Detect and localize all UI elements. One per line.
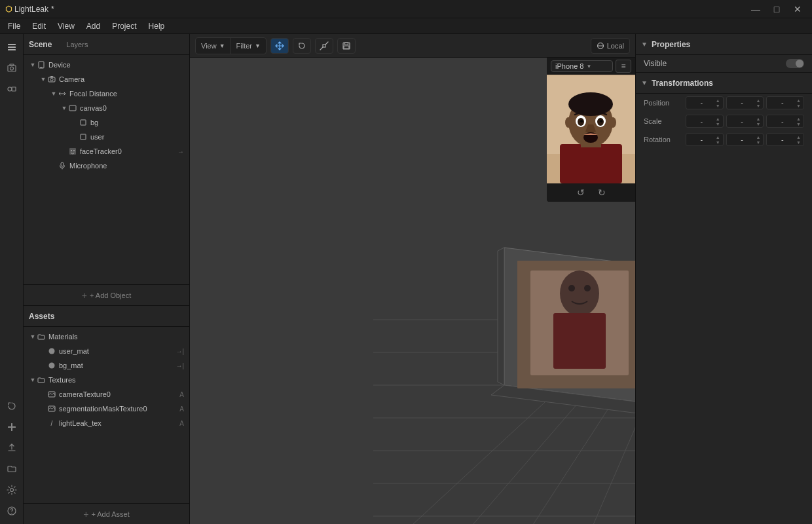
rotation-z-field[interactable]: - ▲ ▼ [766, 133, 804, 146]
position-x-up[interactable]: ▲ [716, 98, 720, 103]
arrow-materials[interactable]: ▼ [29, 333, 37, 341]
rotation-y-up[interactable]: ▲ [756, 135, 760, 140]
minimize-button[interactable]: — [747, 0, 765, 18]
titlebar: ⬡ LightLeak* — □ ✕ [0, 0, 812, 18]
scale-y-stepper[interactable]: ▲ ▼ [756, 117, 760, 126]
menu-file[interactable]: File [3, 20, 26, 32]
scale-z-stepper[interactable]: ▲ ▼ [796, 117, 801, 126]
transformations-header: ▼ Transformations [636, 73, 812, 94]
save-tool-button[interactable] [337, 38, 356, 54]
seg-mask-badge: A [179, 405, 184, 413]
position-y-down[interactable]: ▼ [756, 103, 760, 108]
position-x-stepper[interactable]: ▲ ▼ [716, 98, 720, 108]
folder-icon-btn[interactable] [3, 460, 21, 478]
position-z-down[interactable]: ▼ [796, 103, 801, 108]
scale-x-up[interactable]: ▲ [716, 117, 720, 121]
arrow-device[interactable]: ▼ [29, 61, 37, 69]
menu-help[interactable]: Help [143, 20, 170, 32]
tree-item-facetracker[interactable]: ▶ faceTracker0 → [24, 144, 189, 159]
menu-project[interactable]: Project [107, 20, 141, 32]
tree-item-user-mat[interactable]: ▶ user_mat →| [24, 344, 189, 358]
scale-tool-button[interactable] [315, 38, 333, 54]
viewport-3d[interactable]: iPhone 8 ▼ ≡ [190, 58, 635, 524]
camera-texture-badge: A [179, 391, 184, 398]
tree-item-user[interactable]: ▶ user [24, 130, 189, 144]
add-icon-btn[interactable] [3, 418, 21, 436]
settings-icon-btn[interactable] [3, 481, 21, 499]
phone-rotate-left-button[interactable]: ↺ [577, 187, 585, 198]
position-z-field[interactable]: - ▲ ▼ [766, 96, 804, 109]
tree-item-bg[interactable]: ▶ bg [24, 115, 189, 130]
phone-model-selector[interactable]: iPhone 8 ▼ [551, 60, 613, 72]
visible-toggle[interactable] [786, 59, 804, 68]
rotation-x-down[interactable]: ▼ [716, 140, 720, 145]
tree-item-microphone[interactable]: ▶ Microphone [24, 159, 189, 173]
rotation-z-down[interactable]: ▼ [796, 140, 801, 145]
scale-y-field[interactable]: - ▲ ▼ [726, 115, 764, 128]
rotation-x-stepper[interactable]: ▲ ▼ [716, 135, 720, 145]
upload-icon-btn[interactable] [3, 439, 21, 457]
help-icon-btn[interactable] [3, 502, 21, 520]
arrow-camera[interactable]: ▼ [39, 75, 47, 83]
menu-view[interactable]: View [52, 20, 80, 32]
tree-item-canvas0[interactable]: ▼ canvas0 [24, 101, 189, 115]
tree-item-camera[interactable]: ▼ Camera [24, 72, 189, 86]
add-asset-button[interactable]: + + Add Asset [24, 503, 189, 524]
camera-tree-icon [47, 75, 56, 84]
scale-z-up[interactable]: ▲ [796, 117, 801, 121]
filter-button[interactable]: Filter ▼ [231, 38, 266, 54]
scale-x-down[interactable]: ▼ [716, 122, 720, 126]
rotation-x-field[interactable]: - ▲ ▼ [686, 133, 724, 146]
rotation-y-down[interactable]: ▼ [756, 140, 760, 145]
scale-x-field[interactable]: - ▲ ▼ [686, 115, 724, 128]
scale-z-field[interactable]: - ▲ ▼ [766, 115, 804, 128]
position-z-stepper[interactable]: ▲ ▼ [796, 98, 801, 108]
tree-item-lightleak-tex[interactable]: ▶ / lightLeak_tex A [24, 416, 189, 430]
arrow-focal[interactable]: ▼ [50, 90, 58, 98]
position-x-field[interactable]: - ▲ ▼ [686, 96, 724, 109]
scale-z-down[interactable]: ▼ [796, 122, 801, 126]
menu-edit[interactable]: Edit [27, 20, 51, 32]
camera-icon-btn[interactable] [3, 59, 21, 77]
scale-y-up[interactable]: ▲ [756, 117, 760, 121]
rotation-y-stepper[interactable]: ▲ ▼ [756, 135, 760, 145]
maximize-button[interactable]: □ [767, 0, 786, 18]
rotation-z-up[interactable]: ▲ [796, 135, 801, 140]
transformations-collapse-arrow[interactable]: ▼ [641, 79, 648, 86]
position-y-stepper[interactable]: ▲ ▼ [756, 98, 760, 108]
close-button[interactable]: ✕ [788, 0, 807, 18]
phone-rotate-right-button[interactable]: ↻ [598, 187, 606, 198]
position-z-up[interactable]: ▲ [796, 98, 801, 103]
tree-item-camera-texture[interactable]: ▶ cameraTexture0 A [24, 387, 189, 402]
tree-item-materials[interactable]: ▼ Materials [24, 329, 189, 344]
layers-tab[interactable]: Layers [62, 39, 92, 50]
tree-item-textures[interactable]: ▼ Textures [24, 373, 189, 387]
position-y-value: - [729, 99, 755, 107]
add-object-button[interactable]: + + Add Object [24, 284, 189, 305]
icon-bar [0, 34, 24, 524]
menu-add[interactable]: Add [81, 20, 105, 32]
position-y-up[interactable]: ▲ [756, 98, 760, 103]
view-button[interactable]: View ▼ [196, 38, 231, 54]
arrow-textures[interactable]: ▼ [29, 376, 37, 384]
refresh-icon-btn[interactable] [3, 397, 21, 415]
scale-x-stepper[interactable]: ▲ ▼ [716, 117, 720, 126]
shapes-icon-btn[interactable] [3, 80, 21, 98]
position-y-field[interactable]: - ▲ ▼ [726, 96, 764, 109]
rotation-y-field[interactable]: - ▲ ▼ [726, 133, 764, 146]
rotation-x-up[interactable]: ▲ [716, 135, 720, 140]
layers-icon-btn[interactable] [3, 38, 21, 56]
scale-y-down[interactable]: ▼ [756, 122, 760, 126]
tree-item-bg-mat[interactable]: ▶ bg_mat →| [24, 358, 189, 373]
position-x-down[interactable]: ▼ [716, 103, 720, 108]
local-button[interactable]: Local [591, 38, 630, 54]
properties-collapse-arrow[interactable]: ▼ [641, 41, 648, 48]
phone-menu-button[interactable]: ≡ [616, 60, 631, 73]
tree-item-focal[interactable]: ▼ Focal Distance [24, 86, 189, 101]
rotation-z-stepper[interactable]: ▲ ▼ [796, 135, 801, 145]
tree-item-seg-mask-texture[interactable]: ▶ segmentationMaskTexture0 A [24, 402, 189, 416]
move-tool-button[interactable] [270, 38, 289, 54]
tree-item-device[interactable]: ▼ Device [24, 58, 189, 72]
arrow-canvas0[interactable]: ▼ [60, 104, 68, 112]
rotate-tool-button[interactable] [293, 38, 311, 54]
